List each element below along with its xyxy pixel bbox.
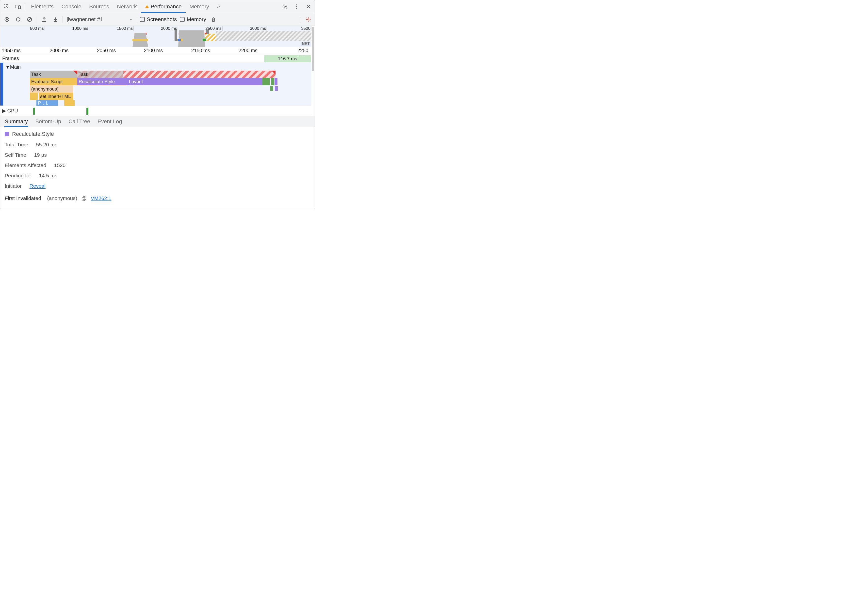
gpu-lane[interactable]: ▶ GPU <box>0 106 312 116</box>
timeline-area: 500 ms 1000 ms 1500 ms 2000 ms 2500 ms 3… <box>0 26 315 116</box>
frame-chip[interactable]: 116.7 ms <box>264 55 311 62</box>
summary-initiator: Initiator Reveal <box>5 183 310 189</box>
svg-rect-2 <box>18 6 21 9</box>
overview-net-lane: NET <box>0 41 312 47</box>
gpu-event[interactable] <box>87 108 88 114</box>
ov-tick: 3000 ms <box>249 26 267 31</box>
memory-checkbox[interactable]: Memory <box>180 16 206 23</box>
tab-call-tree[interactable]: Call Tree <box>68 116 91 127</box>
gpu-event[interactable] <box>33 108 35 114</box>
svg-point-8 <box>296 8 297 9</box>
overview-minimap[interactable]: 500 ms 1000 ms 1500 ms 2000 ms 2500 ms 3… <box>0 26 312 47</box>
recalculate-style-bar[interactable]: Recalculate Style <box>77 78 127 85</box>
selection-handle[interactable] <box>175 30 177 41</box>
layout-bar[interactable]: Layout <box>128 78 262 85</box>
tab-network[interactable]: Network <box>113 0 141 13</box>
detail-ruler[interactable]: 1950 ms 2000 ms 2050 ms 2100 ms 2150 ms … <box>0 47 312 55</box>
summary-row: Elements Affected 1520 <box>5 162 310 168</box>
d-tick: 2000 ms <box>50 48 69 53</box>
record-icon[interactable] <box>3 15 11 23</box>
task-bar[interactable]: Task <box>30 70 77 78</box>
d-tick: 2100 ms <box>144 48 163 53</box>
tab-console[interactable]: Console <box>57 0 85 13</box>
inspect-element-icon[interactable] <box>2 2 12 12</box>
task-bar[interactable]: Task <box>77 70 124 78</box>
separator <box>137 16 137 23</box>
evaluate-script-bar[interactable]: Evaluate Script <box>30 78 77 85</box>
devtools-top-toolbar: Elements Console Sources Network Perform… <box>0 0 315 13</box>
caret-down-icon: ▼ <box>129 18 133 21</box>
tab-summary[interactable]: Summary <box>4 116 28 127</box>
summary-title: Recalculate Style <box>5 131 310 137</box>
tab-overflow[interactable]: » <box>213 0 224 13</box>
summary-panel: Recalculate Style Total Time 55.20 ms Se… <box>0 127 315 208</box>
overview-ruler: 500 ms 1000 ms 1500 ms 2000 ms 2500 ms 3… <box>0 26 312 31</box>
vertical-scrollbar[interactable] <box>312 26 315 116</box>
parse-bar[interactable]: P…L <box>37 100 58 106</box>
paint-bar[interactable] <box>262 78 270 85</box>
track-gutter <box>0 63 3 106</box>
gpu-label: ▶ GPU <box>2 108 18 114</box>
kebab-menu-icon[interactable] <box>292 2 301 12</box>
style-bar[interactable] <box>275 78 278 85</box>
script-bar[interactable] <box>30 93 38 100</box>
ov-tick: 3500 <box>300 26 312 31</box>
ov-tick: 1500 ms <box>116 26 134 31</box>
flame-canvas[interactable]: ▼Main Task Task Evaluate Script Recalcul… <box>3 63 312 106</box>
session-dropdown[interactable]: jlwagner.net #1 ▼ <box>66 16 134 23</box>
anonymous-bar[interactable]: (anonymous) <box>30 85 74 93</box>
d-tick: 2150 ms <box>191 48 210 53</box>
tab-sources[interactable]: Sources <box>85 0 113 13</box>
set-innerhtml-bar[interactable]: set innerHTML <box>39 93 74 100</box>
download-icon[interactable] <box>51 15 60 23</box>
long-task-bar[interactable] <box>124 70 275 78</box>
summary-row: Total Time 55.20 ms <box>5 142 310 148</box>
svg-point-12 <box>307 19 309 20</box>
screenshots-checkbox[interactable]: Screenshots <box>140 16 177 23</box>
tab-memory[interactable]: Memory <box>186 0 213 13</box>
svg-point-6 <box>296 4 297 6</box>
main-flame-chart: ▼Main Task Task Evaluate Script Recalcul… <box>0 63 312 106</box>
cpu-hatch <box>205 34 216 41</box>
close-devtools-icon[interactable] <box>304 2 313 12</box>
summary-row: Self Time 19 µs <box>5 152 310 158</box>
capture-settings-gear-icon[interactable] <box>304 15 312 23</box>
svg-point-10 <box>6 18 8 20</box>
svg-point-7 <box>296 6 297 7</box>
upload-icon[interactable] <box>40 15 48 23</box>
frames-lane[interactable]: Frames 116.7 ms <box>0 55 312 63</box>
ov-tick: 500 ms <box>29 26 45 31</box>
tab-event-log[interactable]: Event Log <box>97 116 122 127</box>
paint-bar[interactable] <box>271 78 274 85</box>
settings-gear-icon[interactable] <box>280 2 290 12</box>
summary-first-invalidated: First Invalidated (anonymous) @ VM262:1 <box>5 195 310 201</box>
summary-row: Pending for 14.5 ms <box>5 173 310 179</box>
separator <box>301 16 301 23</box>
detail-tabs: Summary Bottom-Up Call Tree Event Log <box>0 116 315 127</box>
main-label: ▼Main <box>5 64 21 70</box>
net-label: NET <box>301 41 310 46</box>
frames-label: Frames <box>2 56 19 61</box>
cpu-idle-hatch <box>216 31 312 41</box>
tab-elements[interactable]: Elements <box>27 0 57 13</box>
tab-performance[interactable]: Performance <box>141 0 186 13</box>
ov-tick: 1000 ms <box>71 26 89 31</box>
cpu-shape <box>178 29 205 47</box>
device-toolbar-icon[interactable] <box>13 2 23 12</box>
cpu-floor <box>132 39 148 41</box>
paint-bar[interactable] <box>270 87 273 91</box>
vm-source-link[interactable]: VM262:1 <box>91 195 111 201</box>
reload-record-icon[interactable] <box>14 15 22 23</box>
svg-rect-3 <box>147 6 147 7</box>
warning-icon <box>145 4 149 9</box>
svg-point-5 <box>284 6 285 7</box>
d-tick: 1950 ms <box>2 48 21 53</box>
reveal-link[interactable]: Reveal <box>29 183 46 189</box>
style-bar[interactable] <box>275 87 278 91</box>
color-swatch <box>5 132 9 136</box>
svg-rect-4 <box>147 7 147 7</box>
clear-icon[interactable] <box>25 15 34 23</box>
tab-bottom-up[interactable]: Bottom-Up <box>35 116 62 127</box>
script-bar[interactable] <box>64 100 75 106</box>
collect-garbage-icon[interactable] <box>209 15 218 23</box>
